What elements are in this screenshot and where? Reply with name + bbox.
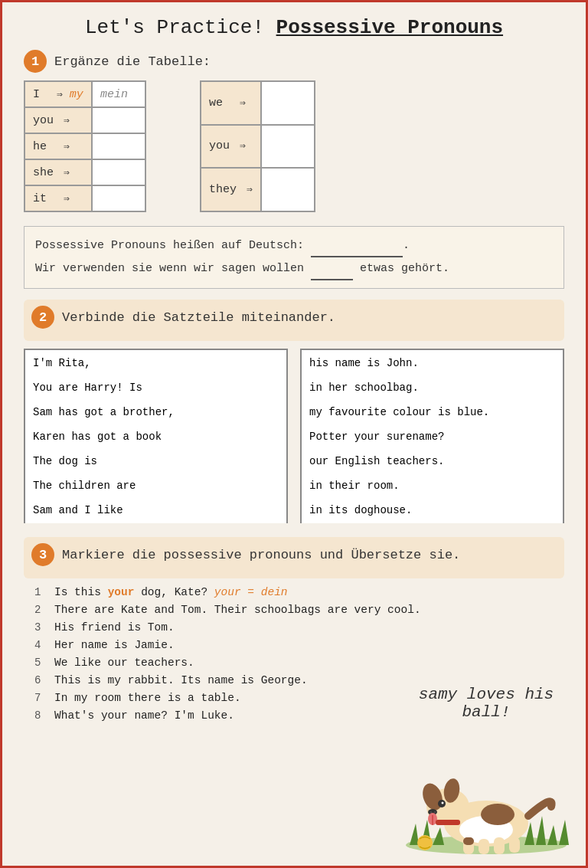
table-row: she ⇒ [24,159,145,185]
answer-cell[interactable] [92,107,145,133]
title-highlight: Possessive Pronouns [276,16,503,39]
section2-header: 2 Verbinde die Satzteile miteinander. [31,306,554,329]
poss-box: Possessive Pronouns heißen auf Deutsch: … [24,226,564,289]
svg-point-17 [430,811,432,813]
svg-marker-3 [433,827,444,845]
svg-point-15 [442,802,444,804]
svg-point-18 [434,811,436,813]
list-item: Sam has got a brother, [25,399,286,425]
svg-marker-7 [559,820,569,845]
section2-instruction: Verbinde die Satzteile miteinander. [62,310,335,325]
section1: 1 Ergänze die Tabelle: I ⇒ my mein you ⇒… [24,50,564,212]
svg-marker-5 [536,816,546,845]
list-item: 5 We like our teachers. [34,657,564,669]
table-row: he ⇒ [24,133,145,159]
list-item: 2 There are Kate and Tom. Their schoolba… [34,604,564,616]
svg-rect-26 [436,820,460,825]
pronoun-tables: I ⇒ my mein you ⇒ he ⇒ she ⇒ it ⇒ [24,80,564,212]
table-row: I ⇒ my mein [24,81,145,107]
section1-number: 1 [24,50,47,73]
table-row: you ⇒ [24,107,145,133]
connect-right-col: his name is John. in her schoolbag. my f… [300,349,564,523]
poss-line2: Wir verwenden sie wenn wir sagen wollen … [35,257,553,280]
list-item: Sam and I like [25,497,286,523]
list-item: 6 This is my rabbit. Its name is George. [34,674,564,686]
pronoun-cell: she ⇒ [24,159,92,185]
list-item: in its doghouse. [302,497,563,523]
german-blank[interactable] [311,244,403,257]
answer-cell[interactable] [261,168,315,211]
connect-left-col: I'm Rita, You are Harry! Is Sam has got … [24,349,288,523]
wem-blank[interactable] [311,267,353,280]
svg-rect-23 [494,837,505,854]
dog-caption: samy loves his ball! [394,686,578,721]
table-row: they ⇒ [201,168,315,211]
section3-instruction: Markiere die possessive pronouns und Übe… [62,548,460,562]
left-pronoun-table: I ⇒ my mein you ⇒ he ⇒ she ⇒ it ⇒ [24,80,146,212]
section3-header-bg: 3 Markiere die possessive pronouns und Ü… [24,537,564,578]
answer-cell[interactable] [92,185,145,211]
section3-header: 3 Markiere die possessive pronouns und Ü… [31,543,554,566]
pronoun-cell: he ⇒ [24,133,92,159]
pronoun-cell: I ⇒ my [24,81,92,107]
right-pronoun-table: we ⇒ you ⇒ they ⇒ [200,80,315,212]
list-item: my favourite colour is blue. [302,399,563,425]
answer-cell[interactable]: mein [92,81,145,107]
dog-area: samy loves his ball! [394,686,578,858]
list-item: The children are [25,473,286,499]
answer-cell[interactable] [92,159,145,185]
list-item: The dog is [25,448,286,474]
title-regular: Let's Practice! [85,16,276,39]
answer-cell[interactable] [261,81,315,125]
svg-point-10 [481,804,514,825]
pronoun-cell: it ⇒ [24,185,92,211]
pronoun-cell: you ⇒ [24,107,92,133]
svg-marker-6 [547,825,557,845]
list-item: 1 Is this your dog, Kate? your = dein [34,586,564,598]
section3-number: 3 [31,543,54,566]
list-item: 4 Her name is Jamie. [34,639,564,651]
list-item: Potter your surename? [302,424,563,450]
svg-rect-22 [479,839,489,854]
connect-tables: I'm Rita, You are Harry! Is Sam has got … [24,349,564,523]
list-item: in their room. [302,473,563,499]
table-row: you ⇒ [201,125,315,169]
section2: 2 Verbinde die Satzteile miteinander. I'… [24,300,564,523]
answer-cell[interactable] [92,133,145,159]
list-item: our English teachers. [302,448,563,474]
dog-illustration [402,724,570,854]
section1-header: 1 Ergänze die Tabelle: [24,50,564,73]
highlight-your: your [108,586,135,598]
table-row: we ⇒ [201,81,315,125]
list-item: You are Harry! Is [25,375,286,401]
poss-line1: Possessive Pronouns heißen auf Deutsch: … [35,234,553,257]
section2-number: 2 [31,306,54,329]
list-item: Karen has got a book [25,424,286,450]
pronoun-cell: they ⇒ [201,168,261,211]
section1-instruction: Ergänze die Tabelle: [54,54,211,69]
answer-hint: your = dein [214,586,288,598]
list-item: I'm Rita, [25,350,286,376]
svg-rect-25 [463,837,474,845]
pronoun-cell: we ⇒ [201,81,261,125]
answer-cell[interactable] [261,125,315,169]
pronoun-cell: you ⇒ [201,125,261,169]
page-title: Let's Practice! Possessive Pronouns [24,16,564,39]
list-item: his name is John. [302,350,563,376]
list-item: 3 His friend is Tom. [34,621,564,634]
svg-rect-24 [509,837,520,853]
list-item: in her schoolbag. [302,375,563,401]
section2-header-bg: 2 Verbinde die Satzteile miteinander. [24,300,564,341]
table-row: it ⇒ [24,185,145,211]
